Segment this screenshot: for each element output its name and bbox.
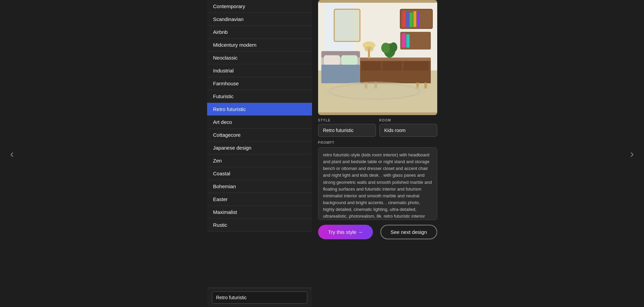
style-list-item-easter[interactable]: Easter: [207, 193, 312, 206]
style-list-item-coastal[interactable]: Coastal: [207, 167, 312, 180]
svg-rect-28: [402, 34, 405, 48]
fields-row: STYLE ROOM: [318, 118, 437, 137]
chevron-left-icon: ‹: [10, 147, 14, 159]
svg-rect-24: [409, 13, 413, 27]
svg-rect-26: [417, 12, 420, 27]
svg-rect-29: [406, 35, 409, 48]
svg-point-18: [381, 43, 390, 53]
see-next-design-button[interactable]: See next design: [380, 225, 437, 239]
style-list-item-industrial[interactable]: Industrial: [207, 64, 312, 77]
style-list-item-airbnb[interactable]: Airbnb: [207, 26, 312, 39]
prompt-label: PROMPT: [318, 141, 437, 145]
style-list-item-futuristic[interactable]: Futuristic: [207, 90, 312, 103]
svg-rect-36: [321, 65, 360, 83]
style-list-scroll[interactable]: ContemporaryScandinavianAirbnbMidcentury…: [207, 0, 312, 288]
style-list-item-bohemian[interactable]: Bohemian: [207, 180, 312, 193]
style-field-group: STYLE: [318, 118, 376, 137]
style-list-item-contemporary[interactable]: Contemporary: [207, 0, 312, 13]
svg-rect-23: [406, 12, 409, 27]
svg-rect-35: [341, 55, 357, 65]
style-dropdown-panel: ContemporaryScandinavianAirbnbMidcentury…: [207, 0, 312, 307]
svg-rect-9: [424, 83, 427, 88]
room-field-group: ROOM: [379, 118, 437, 137]
main-content: ContemporaryScandinavianAirbnbMidcentury…: [207, 0, 437, 307]
room-field-label: ROOM: [379, 118, 437, 122]
svg-rect-30: [334, 9, 360, 41]
svg-point-37: [323, 82, 426, 101]
style-list-item-cottagecore[interactable]: Cottagecore: [207, 129, 312, 141]
style-field-label: STYLE: [318, 118, 376, 122]
style-list-item-scandinavian[interactable]: Scandinavian: [207, 13, 312, 26]
style-field-input[interactable]: [318, 124, 376, 137]
prev-arrow-button[interactable]: ‹: [10, 147, 14, 160]
room-preview-image: [318, 0, 437, 115]
style-list-item-zen[interactable]: Zen: [207, 154, 312, 167]
style-list-item-retro-futuristic[interactable]: Retro futuristic: [207, 103, 312, 116]
prompt-text-display: retro futuristic-style (kids room interi…: [318, 147, 437, 220]
style-search-input[interactable]: [212, 291, 307, 304]
prompt-section: PROMPT retro futuristic-style (kids room…: [318, 141, 437, 220]
style-list-item-rustic[interactable]: Rustic: [207, 219, 312, 232]
svg-rect-22: [402, 11, 406, 27]
selected-style-display: [207, 288, 312, 307]
style-list-item-japanese-design[interactable]: Japanese design: [207, 141, 312, 154]
style-list-item-neoclassic[interactable]: Neoclassic: [207, 51, 312, 64]
svg-rect-10: [361, 61, 381, 70]
svg-rect-11: [382, 61, 402, 70]
next-arrow-button[interactable]: ›: [630, 147, 634, 160]
style-list-item-midcentury-modern[interactable]: Midcentury modern: [207, 39, 312, 51]
style-list-item-maximalist[interactable]: Maximalist: [207, 206, 312, 219]
page-root: ‹ › ContemporaryScandinavianAirbnbMidcen…: [0, 0, 644, 307]
room-field-input[interactable]: [379, 124, 437, 137]
style-list: ContemporaryScandinavianAirbnbMidcentury…: [207, 0, 312, 232]
style-list-item-farmhouse[interactable]: Farmhouse: [207, 77, 312, 90]
svg-point-19: [390, 42, 397, 52]
style-list-item-art-deco[interactable]: Art deco: [207, 116, 312, 129]
action-buttons-row: Try this style → See next design: [318, 225, 437, 239]
room-scene-svg: [318, 0, 437, 115]
svg-rect-34: [324, 55, 340, 65]
chevron-right-icon: ›: [630, 147, 634, 159]
svg-point-15: [364, 47, 373, 52]
try-style-button[interactable]: Try this style →: [318, 225, 373, 239]
svg-rect-25: [413, 11, 416, 27]
right-content-panel: STYLE ROOM PROMPT retro futuristic-style…: [312, 0, 437, 307]
svg-rect-12: [403, 61, 428, 70]
svg-rect-5: [360, 58, 430, 61]
